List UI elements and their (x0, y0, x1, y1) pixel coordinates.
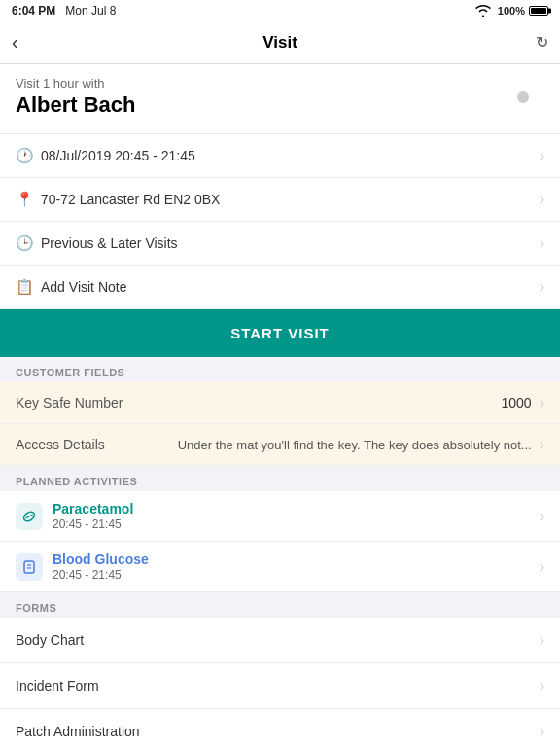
refresh-button[interactable]: ↻ (536, 33, 548, 52)
datetime-chevron-icon: › (540, 147, 544, 164)
svg-line-1 (26, 515, 33, 518)
incident-chevron-icon: › (540, 677, 544, 694)
nav-bar: ‹ Visit ↻ (0, 21, 560, 64)
paracetamol-icon (16, 503, 43, 530)
history-icon: 🕒 (16, 234, 37, 252)
key-safe-value: 1000 (171, 395, 540, 410)
form-incident-label: Incident Form (16, 678, 540, 694)
clock-icon: 🕐 (16, 147, 37, 164)
status-day: Mon Jul 8 (65, 4, 116, 18)
patch-chevron-icon: › (540, 723, 544, 740)
previous-visits-label: Previous & Later Visits (41, 235, 532, 251)
svg-rect-2 (24, 561, 34, 573)
paracetamol-chevron-icon: › (540, 508, 544, 525)
status-dot (517, 91, 529, 103)
start-visit-button[interactable]: START VISIT (0, 309, 560, 357)
add-note-label: Add Visit Note (41, 279, 532, 295)
note-icon: 📋 (16, 278, 37, 296)
visit-patient-name: Albert Bach (16, 92, 544, 118)
visit-address: 70-72 Lancaster Rd EN2 0BX (41, 192, 532, 207)
visit-subtitle: Visit 1 hour with (16, 76, 544, 90)
customer-fields-container: Key Safe Number 1000 › Access Details Un… (0, 382, 560, 466)
location-icon: 📍 (16, 191, 37, 208)
glucose-title: Blood Glucose (52, 551, 540, 567)
glucose-time: 20:45 - 21:45 (52, 568, 540, 582)
key-safe-chevron-icon: › (540, 394, 544, 411)
form-incident-row[interactable]: Incident Form › (0, 663, 560, 709)
access-details-row[interactable]: Access Details Under the mat you'll find… (0, 424, 560, 466)
form-body-chart-label: Body Chart (16, 632, 540, 648)
status-bar-right: 100% (475, 5, 548, 17)
paracetamol-title: Paracetamol (52, 501, 540, 516)
body-chart-chevron-icon: › (540, 631, 544, 649)
key-safe-label: Key Safe Number (16, 395, 171, 410)
address-chevron-icon: › (540, 191, 544, 208)
form-patch-row[interactable]: Patch Administration › (0, 709, 560, 747)
activity-paracetamol-row[interactable]: Paracetamol 20:45 - 21:45 › (0, 491, 560, 542)
previous-chevron-icon: › (540, 234, 544, 252)
key-safe-row[interactable]: Key Safe Number 1000 › (0, 382, 560, 424)
forms-container: Body Chart › Incident Form › Patch Admin… (0, 618, 560, 747)
battery-label: 100% (498, 5, 525, 17)
form-body-chart-row[interactable]: Body Chart › (0, 618, 560, 663)
access-details-label: Access Details (16, 437, 171, 452)
back-button[interactable]: ‹ (12, 31, 18, 53)
access-details-value: Under the mat you'll find the key. The k… (171, 438, 540, 452)
access-chevron-icon: › (540, 436, 544, 453)
form-patch-label: Patch Administration (16, 724, 540, 739)
forms-section-header: FORMS (0, 592, 560, 618)
glucose-info: Blood Glucose 20:45 - 21:45 (52, 551, 540, 582)
planned-activities-container: Paracetamol 20:45 - 21:45 › Blood Glucos… (0, 491, 560, 592)
status-time: 6:04 PM (12, 4, 55, 18)
visit-datetime: 08/Jul/2019 20:45 - 21:45 (41, 148, 532, 163)
planned-activities-section-header: PLANNED ACTIVITIES (0, 466, 560, 491)
customer-fields-section-header: CUSTOMER FIELDS (0, 357, 560, 382)
visit-header: Visit 1 hour with Albert Bach (0, 64, 560, 134)
status-bar-left: 6:04 PM Mon Jul 8 (12, 4, 116, 18)
glucose-icon (16, 553, 43, 581)
activity-glucose-row[interactable]: Blood Glucose 20:45 - 21:45 › (0, 542, 560, 592)
paracetamol-info: Paracetamol 20:45 - 21:45 (52, 501, 540, 531)
wifi-icon (475, 5, 491, 17)
glucose-chevron-icon: › (540, 558, 544, 576)
previous-visits-row[interactable]: 🕒 Previous & Later Visits › (0, 222, 560, 266)
visit-address-row[interactable]: 📍 70-72 Lancaster Rd EN2 0BX › (0, 178, 560, 222)
visit-datetime-row[interactable]: 🕐 08/Jul/2019 20:45 - 21:45 › (0, 134, 560, 178)
page-title: Visit (262, 33, 298, 53)
add-note-row[interactable]: 📋 Add Visit Note › (0, 266, 560, 309)
status-bar: 6:04 PM Mon Jul 8 100% (0, 0, 560, 21)
note-chevron-icon: › (540, 278, 544, 296)
paracetamol-time: 20:45 - 21:45 (52, 517, 540, 531)
content: Visit 1 hour with Albert Bach 🕐 08/Jul/2… (0, 64, 560, 747)
battery-icon (529, 6, 548, 16)
